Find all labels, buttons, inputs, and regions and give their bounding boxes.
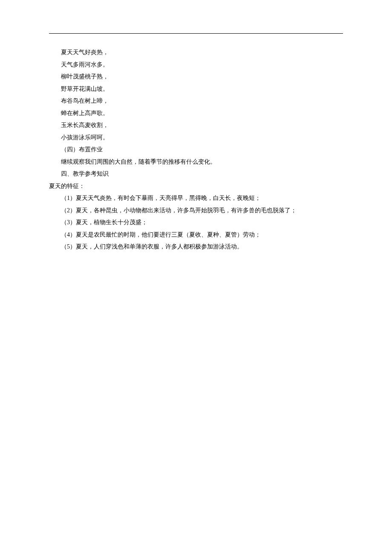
text: （3）夏天，植物生长十分茂盛； bbox=[61, 219, 147, 225]
body-line: （5）夏天，人们穿浅色和单薄的衣服，许多人都积极参加游泳活动。 bbox=[49, 241, 343, 253]
body-line: 天气多雨河水多。 bbox=[49, 59, 343, 71]
body-line: 四、教学参考知识 bbox=[49, 168, 343, 180]
body-line: 玉米长高麦收割， bbox=[49, 119, 343, 132]
text: 蝉在树上高声歌。 bbox=[61, 110, 109, 116]
text: （5）夏天，人们穿浅色和单薄的衣服，许多人都积极参加游泳活动。 bbox=[61, 243, 243, 250]
text: 四、教学参考知识 bbox=[61, 171, 109, 177]
text: 野草开花满山坡。 bbox=[61, 86, 109, 92]
body-line: （四）布置作业 bbox=[49, 144, 343, 156]
body-line: （1）夏天天气炎热，有时会下暴雨，天亮得早，黑得晚，白天长，夜晚短； bbox=[49, 192, 343, 205]
text: 玉米长高麦收割， bbox=[61, 122, 109, 128]
text: （4）夏天是农民最忙的时期，他们要进行三夏（夏收、夏种、夏管）劳动； bbox=[61, 231, 261, 238]
body-line: 柳叶茂盛桃子熟， bbox=[49, 71, 343, 83]
body-line: （4）夏天是农民最忙的时期，他们要进行三夏（夏收、夏种、夏管）劳动； bbox=[49, 229, 343, 241]
body-line: 夏天天气好炎热， bbox=[49, 46, 343, 59]
text: 天气多雨河水多。 bbox=[61, 61, 109, 68]
text: 柳叶茂盛桃子熟， bbox=[61, 73, 109, 80]
body-line: 蝉在树上高声歌。 bbox=[49, 107, 343, 120]
text: （1）夏天天气炎热，有时会下暴雨，天亮得早，黑得晚，白天长，夜晚短； bbox=[61, 195, 261, 201]
body-line: 夏天的特征： bbox=[49, 180, 343, 193]
text: 继续观察我们周围的大自然，随着季节的推移有什么变化。 bbox=[61, 159, 216, 165]
body-line: 布谷鸟在树上啼， bbox=[49, 95, 343, 107]
body-line: 小孩游泳乐呵呵。 bbox=[49, 132, 343, 144]
document-page: 夏天天气好炎热， 天气多雨河水多。 柳叶茂盛桃子熟， 野草开花满山坡。 布谷鸟在… bbox=[0, 0, 392, 253]
header-rule bbox=[49, 33, 343, 34]
text: 布谷鸟在树上啼， bbox=[61, 98, 109, 104]
text: 小孩游泳乐呵呵。 bbox=[61, 134, 109, 141]
text: 夏天天气好炎热， bbox=[61, 49, 109, 55]
body-line: 继续观察我们周围的大自然，随着季节的推移有什么变化。 bbox=[49, 156, 343, 168]
text: 夏天的特征： bbox=[49, 183, 85, 189]
text: （2）夏天，各种昆虫，小动物都出来活动，许多鸟开始脱羽毛，有许多兽的毛也脱落了； bbox=[61, 207, 297, 214]
body-line: （3）夏天，植物生长十分茂盛； bbox=[49, 217, 343, 229]
text: （四）布置作业 bbox=[61, 146, 103, 153]
body-line: 野草开花满山坡。 bbox=[49, 83, 343, 95]
body-line: （2）夏天，各种昆虫，小动物都出来活动，许多鸟开始脱羽毛，有许多兽的毛也脱落了； bbox=[49, 205, 343, 217]
